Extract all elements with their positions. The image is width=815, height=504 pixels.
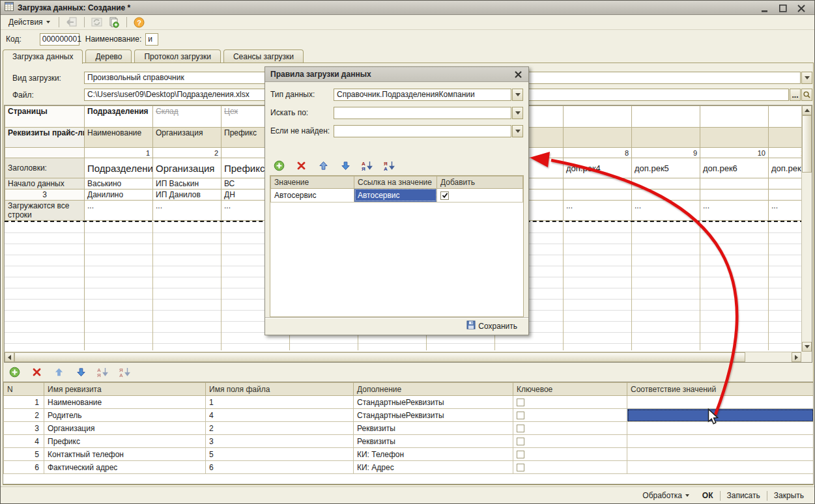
key-cell[interactable] — [513, 461, 627, 474]
minimize-icon[interactable] — [760, 3, 770, 12]
sheet-page-inactive[interactable]: Склад — [153, 106, 222, 128]
key-cell[interactable] — [513, 435, 627, 448]
key-checkbox[interactable] — [517, 412, 524, 419]
sort-asc-icon[interactable]: АЯ — [96, 366, 109, 378]
sheet-col-number[interactable]: 1 — [769, 148, 802, 158]
key-checkbox[interactable] — [517, 451, 524, 458]
sheet-cell[interactable]: ... — [632, 201, 700, 221]
attr-name-cell[interactable]: Наименование — [44, 396, 206, 409]
sheet-header-cell[interactable]: Подразделение — [85, 158, 153, 178]
data-type-combobox[interactable]: Справочник.ПодразделенияКомпании — [334, 89, 511, 101]
col-header-file-field[interactable]: Имя поля файла — [206, 383, 354, 396]
col-header-attr-name[interactable]: Имя реквизита — [44, 383, 206, 396]
file-field-cell[interactable]: 6 — [206, 461, 354, 474]
sheet-cell[interactable]: ИП Данилов — [153, 189, 222, 201]
sheet-cell[interactable]: ИП Васькин — [153, 178, 222, 189]
sheet-col-number[interactable]: 2 — [153, 148, 222, 158]
sheet-cell[interactable] — [632, 106, 700, 128]
actions-button[interactable]: Действия — [4, 16, 55, 29]
move-up-icon[interactable] — [52, 366, 65, 378]
vertical-scrollbar[interactable] — [801, 105, 812, 352]
load-type-dropdown-icon[interactable] — [801, 72, 812, 84]
col-header-value-match[interactable]: Соответствие значений — [627, 383, 814, 396]
horizontal-scrollbar[interactable] — [5, 352, 801, 362]
add-row-icon[interactable] — [272, 160, 285, 171]
add-checkbox-checked[interactable] — [440, 191, 449, 200]
sheet-page-active[interactable]: Подразделения — [85, 106, 153, 128]
sheet-cell[interactable] — [564, 189, 632, 201]
name-input[interactable]: и — [145, 33, 158, 46]
col-header-value-ref[interactable]: Ссылка на значение — [354, 176, 437, 188]
col-header-add[interactable]: Добавить — [437, 176, 523, 188]
sheet-cell[interactable] — [700, 128, 769, 148]
delete-row-icon[interactable] — [30, 366, 43, 378]
move-down-icon[interactable] — [74, 366, 87, 378]
key-cell[interactable] — [513, 396, 627, 409]
key-cell[interactable] — [513, 448, 627, 461]
delete-row-icon[interactable] — [294, 160, 307, 171]
value-cell[interactable]: Автосервис — [271, 188, 354, 202]
tab-tree[interactable]: Дерево — [85, 49, 132, 63]
file-field-cell[interactable]: 3 — [206, 435, 354, 448]
sort-asc-icon[interactable]: АЯ — [361, 160, 374, 171]
add-row-icon[interactable] — [8, 366, 21, 378]
sheet-cell[interactable]: ... — [700, 201, 769, 221]
attr-name-cell[interactable]: Префикс — [44, 435, 206, 448]
addition-cell[interactable]: Реквизиты — [354, 435, 513, 448]
scroll-right-icon[interactable] — [792, 352, 801, 362]
file-browse-button[interactable]: ... — [790, 89, 801, 101]
sheet-col-number[interactable]: 1 — [85, 148, 153, 158]
attr-name-cell[interactable]: Фактический адрес — [44, 461, 206, 474]
attr-name-cell[interactable]: Родитель — [44, 409, 206, 422]
scroll-left-icon[interactable] — [5, 352, 14, 362]
key-checkbox[interactable] — [517, 399, 524, 406]
write-button[interactable]: Записать — [721, 489, 767, 502]
sheet-cell[interactable] — [769, 106, 802, 128]
addition-cell[interactable]: СтандартныеРеквизиты — [354, 409, 513, 422]
value-match-cell[interactable] — [627, 422, 814, 435]
sort-desc-icon[interactable]: ЯА — [119, 366, 132, 378]
value-match-cell[interactable] — [627, 448, 814, 461]
row-number[interactable]: 2 — [4, 409, 44, 422]
key-checkbox[interactable] — [517, 438, 524, 445]
copy-new-icon[interactable] — [107, 16, 121, 28]
add-cell[interactable] — [437, 188, 523, 202]
value-match-cell-selected[interactable] — [627, 409, 814, 422]
close-icon[interactable] — [796, 3, 807, 12]
sort-desc-icon[interactable]: ЯА — [383, 160, 396, 171]
search-by-dropdown-icon[interactable] — [512, 107, 523, 119]
sheet-cell[interactable]: ... — [564, 201, 632, 221]
sheet-header-cell[interactable]: доп.рек6 — [700, 158, 769, 178]
sheet-cell[interactable]: ... — [769, 201, 802, 221]
sheet-cell[interactable] — [632, 178, 700, 189]
sheet-cell[interactable] — [769, 189, 802, 201]
value-ref-cell-selected[interactable]: Автосервис — [354, 188, 437, 202]
col-header-key[interactable]: Ключевое — [513, 383, 627, 396]
search-by-combobox[interactable] — [334, 107, 511, 119]
key-cell[interactable] — [513, 422, 627, 435]
scroll-down-icon[interactable] — [802, 342, 812, 352]
key-cell[interactable] — [513, 409, 627, 422]
row-number[interactable]: 5 — [4, 448, 44, 461]
vertical-scroll-thumb[interactable] — [802, 115, 812, 173]
move-down-icon[interactable] — [339, 160, 352, 171]
if-not-found-combobox[interactable] — [334, 125, 511, 137]
addition-cell[interactable]: Реквизиты — [354, 422, 513, 435]
row-number[interactable]: 4 — [4, 435, 44, 448]
sheet-cell[interactable]: ... — [85, 201, 153, 221]
sheet-col-number[interactable]: 9 — [632, 148, 700, 158]
file-field-cell[interactable]: 1 — [206, 396, 354, 409]
move-up-icon[interactable] — [317, 160, 330, 171]
sheet-cell[interactable] — [700, 178, 769, 189]
sheet-cell[interactable] — [632, 128, 700, 148]
sheet-attr-cell[interactable]: Организация — [153, 128, 222, 148]
horizontal-scroll-thumb[interactable] — [14, 352, 745, 362]
sheet-cell[interactable] — [700, 106, 769, 128]
dialog-close-icon[interactable] — [513, 69, 523, 79]
file-field-cell[interactable]: 5 — [206, 448, 354, 461]
row-number[interactable]: 6 — [4, 461, 44, 474]
addition-cell[interactable]: КИ: Телефон — [354, 448, 513, 461]
row-number[interactable]: 3 — [4, 422, 44, 435]
file-field-cell[interactable]: 4 — [206, 409, 354, 422]
value-match-cell[interactable] — [627, 435, 814, 448]
